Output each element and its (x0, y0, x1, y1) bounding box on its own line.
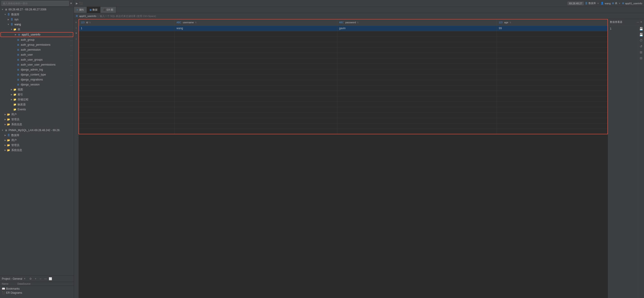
breadcrumb-table-name[interactable]: ⊞ app01_userinfo (622, 2, 642, 5)
bp-add-icon[interactable]: + (34, 277, 38, 281)
dct-item[interactable]: ▶ ⊞ django_content_type … (0, 72, 74, 77)
auth-group-dots[interactable]: … (70, 38, 73, 42)
col-header-id[interactable]: 123 id ⇅ (79, 19, 175, 26)
server2-arrow: ▼ (1, 129, 4, 132)
col-header-username[interactable]: ABC username ⇅ (175, 19, 337, 26)
bp-sync-icon[interactable]: ↔ (38, 277, 43, 281)
dm-dots[interactable]: … (70, 78, 73, 81)
bp-settings-icon[interactable]: ⚙ (29, 277, 33, 281)
db-folder-item[interactable]: ▼ 🗄 数据库 (0, 12, 74, 17)
grid-left-icon-4[interactable]: ↓ (74, 37, 78, 41)
filter-icon[interactable]: ▼ (70, 2, 72, 5)
s2-mgr-item[interactable]: ▶ 📂 管理员 (0, 143, 74, 148)
table-row-empty-17 (79, 112, 608, 118)
app01-label: app01_userinfo (22, 33, 40, 36)
app01-userinfo-item[interactable]: ▶ ⊞ app01_userinfo … (0, 32, 73, 37)
bottom-panel-cols: Name DataSource (0, 282, 74, 286)
col-filter-id[interactable]: ⇅ (89, 22, 91, 24)
bottom-panel-close-icon[interactable]: ✕ (24, 277, 26, 280)
vi-save2-icon[interactable]: 💾 (638, 32, 644, 37)
ds-item[interactable]: ▶ ⊞ django_session … (0, 82, 74, 87)
bp-row-er[interactable]: ⬛ ER Diagrams (2, 291, 72, 295)
procedures-label: 存储过程 (18, 98, 28, 101)
auth-group-perms-item[interactable]: ▶ ⊞ auth_group_permissions … (0, 42, 74, 47)
right-toolbar-left: ▶ ⬛ (76, 2, 82, 5)
procedures-item[interactable]: ▶ 📁 存储过程 (0, 97, 74, 102)
auth-group-item[interactable]: ▶ ⊞ auth_group … (0, 37, 74, 42)
vi-clock-icon[interactable]: ⏱ (638, 38, 644, 43)
app01-table-icon: ⊞ (17, 33, 21, 36)
col-header-age[interactable]: 123 age ⇅ (497, 19, 608, 26)
col-filter-age[interactable]: ⇅ (510, 22, 511, 24)
users-item[interactable]: ▶ 📂 用户 (0, 112, 74, 117)
auth-perm-item[interactable]: ▶ ⊞ auth_permission … (0, 47, 74, 52)
bp-row-bookmarks[interactable]: 📖 Bookmarks (2, 287, 72, 291)
dal-dots[interactable]: … (70, 68, 73, 71)
vi-save-icon[interactable]: 💾 (638, 26, 644, 31)
breadcrumb-table-type[interactable]: ⊞ 表 ▼ (612, 2, 621, 5)
tab-data[interactable]: ▦ 数据 (87, 7, 100, 13)
vi-value: 1 (610, 27, 612, 30)
breadcrumb-db[interactable]: 🗄 数据库 ▼ (585, 2, 599, 5)
auth-user-item[interactable]: ▶ ⊞ auth_user … (0, 52, 74, 57)
table-row-empty-19 (79, 123, 608, 129)
s2-sys-item[interactable]: ▶ 📂 系统信息 (0, 148, 74, 153)
sysinfo-item[interactable]: ▶ 📂 系统信息 (0, 122, 74, 127)
server2-item[interactable]: ▼ 🖥 PNMA_MySQL_LAX-69.28.48.242 - 69.28. (0, 128, 74, 133)
stop-button[interactable]: ⬛ (79, 2, 82, 5)
views-item[interactable]: ▶ 📁 视图 (0, 87, 74, 92)
table-row-empty-5 (79, 47, 608, 53)
auup-item[interactable]: ▶ ⊞ auth_user_user_permissions … (0, 62, 74, 67)
events-icon: 📁 (13, 108, 17, 111)
indexes-item[interactable]: ▶ 📁 索引 (0, 92, 74, 97)
s2-users-item[interactable]: ▶ 📂 用户 (0, 138, 74, 143)
managers-item[interactable]: ▶ 📂 管理员 (0, 117, 74, 122)
agp-dots[interactable]: … (70, 43, 73, 47)
auth-user-dots[interactable]: … (70, 53, 73, 57)
events-item[interactable]: ▶ 📁 Events (0, 107, 74, 112)
s2-db-item[interactable]: ▶ 🗄 数据库 (0, 133, 74, 138)
app01-dots[interactable]: … (69, 33, 72, 36)
search-input[interactable] (1, 1, 69, 6)
bp-min-icon[interactable]: — (44, 277, 48, 281)
tables-folder-icon: 📁 (13, 28, 17, 31)
table-row[interactable]: 1 wang gavin 99 (79, 26, 608, 31)
vi-refresh-icon[interactable]: ↺ (638, 44, 644, 49)
col-filter-password[interactable]: ⇅ (357, 22, 359, 24)
filter-bar: ⊞ app01_userinfo | (74, 13, 644, 19)
vi-grid-icon[interactable]: ⊞ (638, 50, 644, 55)
data-grid-wrapper: ⌗ ↕ ✕ ↓ 123 id (74, 19, 644, 298)
col-header-password[interactable]: ABC password ⇅ (337, 19, 497, 26)
dm-item[interactable]: ▶ ⊞ django_migrations … (0, 77, 74, 82)
ds-dots[interactable]: … (70, 83, 73, 86)
server1-item[interactable]: ▼ 🖥 69.28.48.27 - 69.28.48.27:3306 (0, 7, 74, 12)
filter-input[interactable] (100, 15, 642, 18)
col-filter-username[interactable]: ⇅ (195, 22, 197, 24)
dal-item[interactable]: ▶ ⊞ django_admin_log … (0, 67, 74, 72)
aug-dots[interactable]: … (70, 58, 73, 62)
wang-item[interactable]: ▼ 🗄 wang (0, 22, 74, 27)
breadcrumb-user[interactable]: 👤 wang (601, 2, 610, 5)
auth-user-groups-item[interactable]: ▶ ⊞ auth_user_groups … (0, 57, 74, 62)
vi-close-icon[interactable]: ✕ (640, 21, 642, 24)
tables-folder-item[interactable]: ▼ 📁 表 (0, 27, 74, 32)
vi-minimize-icon[interactable]: — (637, 21, 639, 24)
auth-perm-dots[interactable]: … (70, 48, 73, 52)
table-row-empty-3 (79, 36, 608, 42)
grid-left-icon-3[interactable]: ✕ (74, 31, 78, 35)
table-row-empty-7 (79, 58, 608, 64)
tab-er[interactable]: ⬛ ER 图 (100, 7, 116, 13)
tables-arrow: ▼ (10, 28, 13, 31)
bp-max-icon[interactable]: ⬜ (48, 277, 52, 281)
filter-table-icon: ⊞ (76, 15, 78, 18)
grid-left-icon-1[interactable]: ⌗ (74, 20, 78, 25)
triggers-item[interactable]: ▶ 📁 触发器 (0, 102, 74, 107)
play-button[interactable]: ▶ (76, 2, 78, 5)
grid-left-icon-2[interactable]: ↕ (74, 26, 78, 30)
dct-icon: ⊞ (16, 73, 20, 76)
sys-item[interactable]: ▶ 🗄 sys (0, 17, 74, 22)
tab-properties[interactable]: ≡ 属性 (74, 7, 87, 13)
auup-dots[interactable]: … (70, 63, 73, 66)
vi-minus-icon[interactable]: ⊟ (638, 56, 644, 61)
dct-dots[interactable]: … (70, 73, 73, 76)
